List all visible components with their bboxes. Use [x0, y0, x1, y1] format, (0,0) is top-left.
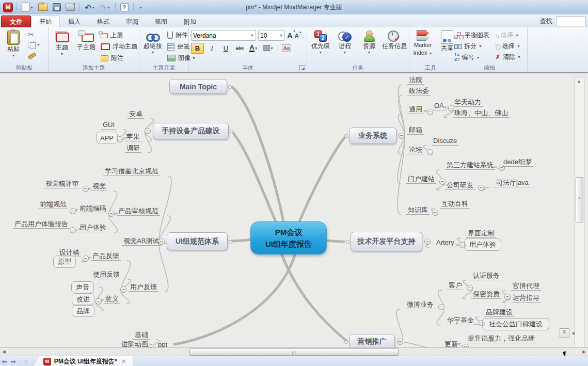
topic-gui[interactable]: GUI [101, 121, 116, 130]
italic-button[interactable]: I [206, 43, 218, 53]
scroll-tabs-left-button[interactable]: ◁ [24, 359, 27, 364]
topic-discuze[interactable]: Discuze [432, 137, 458, 146]
topic-anzhuo[interactable]: 安卓 [128, 110, 144, 119]
topic-sifating[interactable]: 司法厅java [495, 179, 530, 187]
font-dialog-launcher[interactable]: ◢ [299, 65, 306, 71]
cut-button[interactable]: ✂ [26, 30, 42, 39]
horizontal-scrollbar[interactable]: ◀ ||| ▶ [0, 347, 588, 356]
nav-back-button[interactable]: ⬅ [2, 358, 7, 365]
parent-topic-button[interactable]: 上层 [99, 30, 139, 40]
balance-map-button[interactable]: 平衡图表 [454, 31, 494, 40]
topic-tisheng[interactable]: 提升说服力，强化品牌 [466, 335, 536, 343]
tab-home[interactable]: 开始 [31, 15, 60, 27]
topic-yonghufankui[interactable]: 用户反馈 [129, 283, 158, 292]
priority-button[interactable]: 12 优先级 ▼ [309, 29, 332, 55]
topic-chanpinshenhe[interactable]: 产品审核规范 [117, 207, 160, 216]
font-color-button[interactable]: A▼ [248, 43, 260, 53]
topic-kehu[interactable]: 客户 [447, 281, 464, 290]
collapse-icon-yonghutiyan[interactable]: − [70, 227, 76, 233]
paste-button[interactable]: 粘贴 ▼ [2, 29, 25, 58]
fit-map-dropdown[interactable]: ▼ [571, 331, 576, 336]
topic-jiemian[interactable]: 界面定制 [466, 229, 496, 238]
topic-jichu[interactable]: 基础 [133, 331, 150, 340]
topic-chanpinfankui[interactable]: 产品反馈 [91, 252, 121, 261]
topic-marketing[interactable]: 营销推广 [349, 334, 395, 348]
subtopic-button[interactable]: 子主题 [75, 29, 98, 52]
collapse-icon-qianduanbianma[interactable]: − [70, 208, 76, 214]
topic-huatian[interactable]: 华天动力 [453, 98, 483, 107]
topic-yonghutiyan[interactable]: 用户体验 [78, 224, 108, 232]
strikethrough-button[interactable]: abc [234, 43, 246, 53]
redo-button[interactable]: ↷▼ [99, 2, 112, 12]
topic-tongyong[interactable]: 通用 [407, 105, 424, 114]
new-document-button[interactable]: ▼ [21, 2, 35, 12]
topic-shiyongfankui[interactable]: 使用反馈 [91, 270, 121, 279]
find-input[interactable] [556, 17, 586, 26]
undo-button[interactable]: ↶▼ [84, 2, 97, 12]
clear-button[interactable]: ✗清除▼ [495, 53, 521, 61]
tab-view[interactable]: 视图 [147, 15, 176, 27]
topic-zhengfawei[interactable]: 政法委 [407, 87, 431, 96]
fit-map-button[interactable]: ⇱ [560, 328, 569, 338]
select-button[interactable]: 选择▼ [495, 42, 521, 51]
alignment-button[interactable]: ▼ [262, 43, 275, 53]
topic-shijuegao[interactable]: 视觉稿评审 [44, 180, 81, 188]
close-tab-icon[interactable]: ✕ [121, 358, 126, 365]
collapse-icon-shijue[interactable]: − [83, 186, 89, 192]
topic-luntan[interactable]: 论坛 [407, 146, 424, 154]
scroll-up-button[interactable]: ▲ [575, 77, 583, 85]
tab-addins[interactable]: 附加 [176, 15, 204, 27]
topic-hudong[interactable]: 互动百科 [440, 200, 470, 209]
font-family-select[interactable]: Verdana▼ [191, 30, 256, 41]
split-button[interactable]: 拆分▼ [454, 42, 494, 51]
format-painter-button[interactable] [26, 51, 42, 58]
bold-button[interactable]: B [191, 43, 204, 54]
topic-disanfang[interactable]: 第三方建站系统 [445, 161, 495, 170]
topic-fayuan[interactable]: 法院 [407, 76, 424, 85]
topic-yonghutiyan2[interactable]: 用户体验 [464, 238, 501, 251]
marker-index-button[interactable]: Marker Index ▼ [411, 29, 434, 58]
topic-pinpai[interactable]: 品牌 [72, 305, 94, 317]
topic-gongsiyanfa[interactable]: 公司研发 [445, 181, 475, 190]
collapse-icon-gongsiyanfa[interactable]: − [478, 185, 484, 191]
underline-button[interactable]: U [220, 43, 232, 53]
topic-zhuhai[interactable]: 珠海、中山、佛山 [453, 109, 510, 118]
topic-zhishiku[interactable]: 知识库 [406, 206, 430, 215]
collapse-icon-marketing[interactable]: − [397, 339, 403, 345]
topic-shijueAB[interactable]: 视觉AB测试 [122, 237, 161, 246]
topic-dede[interactable]: dede织梦 [502, 158, 533, 167]
nav-forward-button[interactable]: ➡ [10, 358, 16, 365]
topic-guanbo[interactable]: 官博代理 [511, 282, 541, 291]
progress-button[interactable]: ✓ 进程 ▼ [333, 29, 356, 55]
topic-ui-norms[interactable]: UI组规范体系 [167, 232, 228, 250]
open-button[interactable] [37, 2, 49, 12]
collapse-icon-chanpinfankui[interactable]: − [83, 256, 89, 262]
collapse-icon-yiyi[interactable]: − [96, 298, 102, 305]
vertical-scrollbar[interactable]: ▲ ≡ ▼ [575, 77, 584, 348]
topic-huayu[interactable]: 华宇基金 [446, 316, 475, 325]
topic-main-topic[interactable]: Main Topic [169, 79, 227, 94]
topic-pinpaijianshe[interactable]: 品牌建设 [484, 308, 514, 317]
topic-handheld[interactable]: 手持设备产品建设 [153, 123, 229, 139]
mindmanager-logo[interactable]: M [3, 3, 13, 12]
topic-app[interactable]: APP [96, 132, 118, 144]
tab-format[interactable]: 格式 [89, 15, 118, 27]
hyperlink-button[interactable]: 超链接 ▼ [141, 29, 164, 55]
collapse-icon-zhishiku[interactable]: − [432, 210, 438, 216]
callout-button[interactable]: 附注 [99, 53, 139, 63]
tab-review[interactable]: 审阅 [118, 15, 147, 27]
horizontal-scrollbar-thumb[interactable]: ||| [189, 348, 399, 356]
sort-button[interactable]: ↑↓排序▼ [495, 31, 521, 40]
topic-chanpinyonghu[interactable]: 产品用户体验报告 [13, 220, 70, 229]
tab-file[interactable]: 文件 [1, 15, 31, 27]
save-button[interactable] [52, 2, 62, 12]
topic-menhu[interactable]: 门户建站 [406, 175, 436, 184]
collapse-icon-tech-platform[interactable]: − [424, 238, 431, 245]
collapse-icon-luntan[interactable]: − [427, 149, 433, 155]
topic-qianduanguifan[interactable]: 前端规范 [38, 200, 68, 209]
collapse-icon-handheld[interactable]: − [145, 128, 151, 134]
topic-gaijin[interactable]: 改进 [72, 293, 94, 305]
topic-xuexi[interactable]: 学习借鉴北京规范 [103, 167, 160, 176]
print-button[interactable] [65, 2, 76, 12]
topic-diaoyan[interactable]: 调研 [125, 144, 141, 153]
